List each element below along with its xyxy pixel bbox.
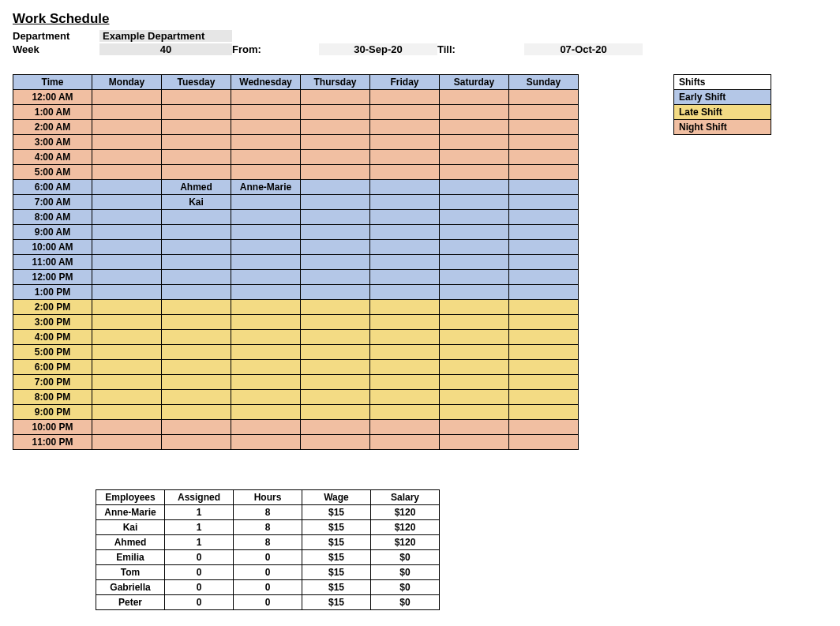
schedule-cell[interactable] [301,105,370,120]
schedule-cell[interactable] [440,150,509,165]
till-value[interactable]: 07-Oct-20 [524,43,643,55]
schedule-cell[interactable] [509,300,579,315]
schedule-cell[interactable] [509,210,579,225]
schedule-cell[interactable] [301,405,370,420]
emp-cell-1[interactable]: 1 [165,505,234,520]
schedule-cell[interactable] [162,105,231,120]
schedule-cell[interactable] [231,135,301,150]
emp-cell-1[interactable]: 0 [165,580,234,595]
schedule-cell[interactable] [509,315,579,330]
schedule-cell[interactable] [440,240,509,255]
schedule-cell[interactable] [370,270,440,285]
schedule-cell[interactable] [509,240,579,255]
schedule-cell[interactable] [92,135,162,150]
emp-cell-2[interactable]: 0 [234,550,302,565]
schedule-cell[interactable] [162,435,231,450]
emp-cell-3[interactable]: $15 [302,595,371,610]
schedule-cell[interactable]: Anne-Marie [231,180,301,195]
schedule-cell[interactable] [301,255,370,270]
schedule-cell[interactable] [440,255,509,270]
schedule-cell[interactable] [370,360,440,375]
schedule-cell[interactable] [509,345,579,360]
schedule-cell[interactable] [231,270,301,285]
schedule-cell[interactable] [509,165,579,180]
schedule-cell[interactable] [509,285,579,300]
schedule-cell[interactable] [509,90,579,105]
schedule-cell[interactable] [509,120,579,135]
schedule-cell[interactable] [162,345,231,360]
schedule-cell[interactable] [162,390,231,405]
schedule-cell[interactable] [509,420,579,435]
emp-cell-4[interactable]: $0 [371,550,440,565]
emp-cell-1[interactable]: 0 [165,565,234,580]
schedule-cell[interactable] [231,315,301,330]
schedule-cell[interactable] [92,420,162,435]
schedule-cell[interactable] [231,165,301,180]
schedule-cell[interactable] [370,285,440,300]
schedule-cell[interactable] [370,315,440,330]
schedule-cell[interactable] [231,105,301,120]
schedule-cell[interactable] [301,150,370,165]
schedule-cell[interactable] [301,315,370,330]
schedule-cell[interactable] [162,225,231,240]
schedule-cell[interactable] [509,390,579,405]
schedule-cell[interactable] [370,120,440,135]
emp-cell-4[interactable]: $120 [371,520,440,535]
schedule-cell[interactable] [370,90,440,105]
emp-cell-3[interactable]: $15 [302,550,371,565]
schedule-cell[interactable] [162,120,231,135]
week-value[interactable]: 40 [99,43,232,55]
schedule-cell[interactable] [370,225,440,240]
schedule-cell[interactable] [301,165,370,180]
schedule-cell[interactable] [301,390,370,405]
emp-cell-2[interactable]: 8 [234,535,302,550]
schedule-cell[interactable] [440,210,509,225]
schedule-cell[interactable] [92,375,162,390]
schedule-cell[interactable] [370,420,440,435]
schedule-cell[interactable] [509,375,579,390]
schedule-cell[interactable] [162,270,231,285]
schedule-cell[interactable] [92,210,162,225]
schedule-cell[interactable] [509,105,579,120]
from-value[interactable]: 30-Sep-20 [319,43,437,55]
schedule-cell[interactable] [162,405,231,420]
schedule-cell[interactable] [301,90,370,105]
schedule-cell[interactable] [162,315,231,330]
emp-cell-1[interactable]: 0 [165,595,234,610]
schedule-cell[interactable] [370,405,440,420]
schedule-cell[interactable] [162,330,231,345]
schedule-cell[interactable] [440,105,509,120]
schedule-cell[interactable] [301,120,370,135]
schedule-cell[interactable] [509,270,579,285]
schedule-cell[interactable] [92,345,162,360]
schedule-cell[interactable] [231,255,301,270]
schedule-cell[interactable] [92,225,162,240]
schedule-cell[interactable] [92,90,162,105]
schedule-cell[interactable] [509,360,579,375]
schedule-cell[interactable] [92,105,162,120]
schedule-cell[interactable] [231,390,301,405]
schedule-cell[interactable]: Ahmed [162,180,231,195]
schedule-cell[interactable] [92,270,162,285]
emp-cell-3[interactable]: $15 [302,520,371,535]
schedule-cell[interactable] [162,150,231,165]
schedule-cell[interactable] [509,405,579,420]
schedule-cell[interactable] [231,420,301,435]
emp-cell-3[interactable]: $15 [302,505,371,520]
schedule-cell[interactable] [162,420,231,435]
schedule-cell[interactable] [301,345,370,360]
schedule-cell[interactable] [440,375,509,390]
schedule-cell[interactable] [440,405,509,420]
emp-cell-2[interactable]: 8 [234,520,302,535]
schedule-cell[interactable] [440,270,509,285]
schedule-cell[interactable] [301,240,370,255]
schedule-cell[interactable] [231,435,301,450]
emp-cell-1[interactable]: 1 [165,520,234,535]
emp-cell-1[interactable]: 1 [165,535,234,550]
schedule-cell[interactable] [231,240,301,255]
schedule-cell[interactable] [370,255,440,270]
schedule-cell[interactable] [509,255,579,270]
schedule-cell[interactable] [301,300,370,315]
schedule-cell[interactable] [440,420,509,435]
schedule-cell[interactable] [301,330,370,345]
